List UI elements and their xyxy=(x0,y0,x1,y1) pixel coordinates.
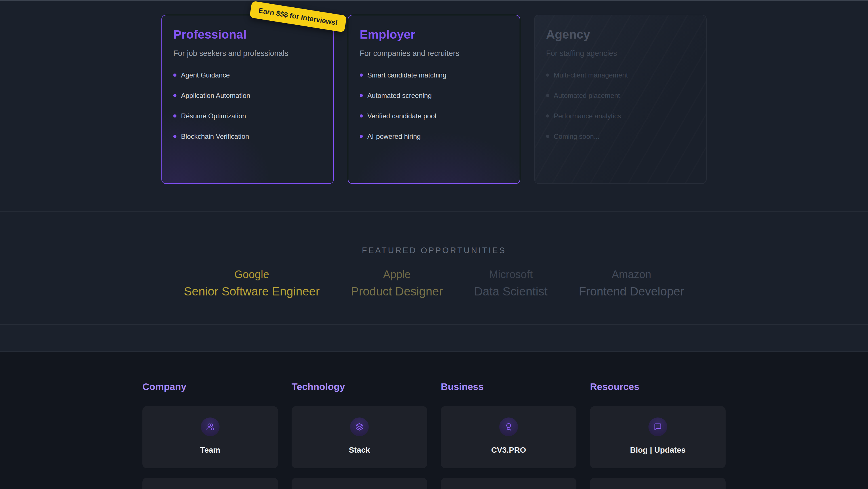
featured-job-amazon[interactable]: Amazon Frontend Developer xyxy=(579,268,684,298)
plan-feature: Automated screening xyxy=(360,92,508,99)
footer-card-blog-updates[interactable]: Blog | Updates xyxy=(590,406,725,468)
plan-description: For staffing agencies xyxy=(546,49,695,58)
bullet-icon xyxy=(546,114,549,117)
plan-feature-list: Smart candidate matching Automated scree… xyxy=(360,71,508,141)
icon-badge xyxy=(648,418,667,436)
featured-opportunities-section: FEATURED OPPORTUNITIES Google Senior Sof… xyxy=(0,211,868,324)
plan-card-professional[interactable]: Professional For job seekers and profess… xyxy=(161,15,334,184)
bullet-icon xyxy=(546,74,549,77)
feature-label: Smart candidate matching xyxy=(367,71,446,79)
award-icon xyxy=(505,423,513,431)
section-divider-band xyxy=(0,324,868,351)
icon-badge xyxy=(350,418,369,436)
featured-opportunities-title: FEATURED OPPORTUNITIES xyxy=(0,246,868,255)
bullet-icon xyxy=(173,74,177,77)
feature-label: Multi-client management xyxy=(554,71,628,79)
featured-job-microsoft[interactable]: Microsoft Data Scientist xyxy=(474,268,548,298)
users-icon xyxy=(206,423,214,431)
icon-badge xyxy=(201,418,220,436)
footer-card-label: Blog | Updates xyxy=(630,445,686,455)
plan-card-employer[interactable]: Employer For companies and recruiters Sm… xyxy=(348,15,520,184)
footer-heading-company: Company xyxy=(143,381,278,392)
feature-label: AI-powered hiring xyxy=(367,133,421,141)
bullet-icon xyxy=(360,74,363,77)
job-company: Amazon xyxy=(579,268,684,281)
footer-card-label: Stack xyxy=(349,445,370,455)
footer-cards-row-partial xyxy=(143,478,725,489)
plan-feature: Blockchain Verification xyxy=(173,133,322,141)
feature-label: Coming soon... xyxy=(554,133,599,141)
feature-label: Application Automation xyxy=(181,92,250,99)
footer-headings-row: Company Technology Business Resources xyxy=(143,381,725,392)
plan-title: Employer xyxy=(360,28,508,41)
plan-feature: Verified candidate pool xyxy=(360,112,508,120)
featured-job-google[interactable]: Google Senior Software Engineer xyxy=(184,268,320,298)
plan-title: Professional xyxy=(173,28,322,41)
feature-label: Résumé Optimization xyxy=(181,112,246,120)
plan-card-agency: Agency For staffing agencies Multi-clien… xyxy=(534,15,707,184)
plan-feature-list: Agent Guidance Application Automation Ré… xyxy=(173,71,322,141)
feature-label: Verified candidate pool xyxy=(367,112,436,120)
footer-card-label: CV3.PRO xyxy=(491,445,526,455)
bullet-icon xyxy=(546,94,549,97)
plan-description: For companies and recruiters xyxy=(360,49,508,58)
plan-feature: Smart candidate matching xyxy=(360,71,508,79)
footer-card-partial[interactable] xyxy=(291,478,427,489)
plan-feature: Résumé Optimization xyxy=(173,112,322,120)
bullet-icon xyxy=(360,94,363,97)
plan-feature-list: Multi-client management Automated placem… xyxy=(546,71,695,141)
job-company: Google xyxy=(184,268,320,281)
job-role: Product Designer xyxy=(351,285,443,298)
message-square-icon xyxy=(654,423,662,431)
footer-card-team[interactable]: Team xyxy=(143,406,278,468)
footer-card-stack[interactable]: Stack xyxy=(291,406,427,468)
bullet-icon xyxy=(173,135,177,138)
plan-feature: Automated placement xyxy=(546,92,695,99)
plan-feature: Application Automation xyxy=(173,92,322,99)
job-role: Data Scientist xyxy=(474,285,548,298)
plan-title: Agency xyxy=(546,28,695,41)
bullet-icon xyxy=(173,114,177,117)
job-company: Apple xyxy=(351,268,443,281)
job-role: Senior Software Engineer xyxy=(184,285,320,298)
feature-label: Performance analytics xyxy=(554,112,621,120)
plan-feature: Performance analytics xyxy=(546,112,695,120)
footer-cards-row: Team Stack CV3.PRO B xyxy=(143,406,725,468)
plan-feature: AI-powered hiring xyxy=(360,133,508,141)
job-role: Frontend Developer xyxy=(579,285,684,298)
job-company: Microsoft xyxy=(474,268,548,281)
plan-feature: Agent Guidance xyxy=(173,71,322,79)
footer-heading-business: Business xyxy=(441,381,577,392)
footer-card-label: Team xyxy=(200,445,220,455)
plan-feature: Coming soon... xyxy=(546,133,695,141)
footer-card-partial[interactable] xyxy=(590,478,725,489)
bullet-icon xyxy=(173,94,177,97)
footer-card-partial[interactable] xyxy=(441,478,577,489)
footer-heading-technology: Technology xyxy=(291,381,427,392)
footer-card-partial[interactable] xyxy=(143,478,278,489)
feature-label: Automated screening xyxy=(367,92,432,99)
bullet-icon xyxy=(360,135,363,138)
featured-jobs-row: Google Senior Software Engineer Apple Pr… xyxy=(0,268,868,298)
footer-card-cv3pro[interactable]: CV3.PRO xyxy=(441,406,577,468)
plans-section: Professional For job seekers and profess… xyxy=(0,0,868,211)
plan-feature: Multi-client management xyxy=(546,71,695,79)
icon-badge xyxy=(499,418,518,436)
plan-card-row: Professional For job seekers and profess… xyxy=(161,15,707,184)
feature-label: Blockchain Verification xyxy=(181,133,249,141)
bullet-icon xyxy=(546,135,549,138)
feature-label: Agent Guidance xyxy=(181,71,230,79)
footer-heading-resources: Resources xyxy=(590,381,725,392)
footer-section: Company Technology Business Resources Te… xyxy=(0,351,868,489)
layers-icon xyxy=(355,423,363,431)
feature-label: Automated placement xyxy=(554,92,620,99)
plan-description: For job seekers and professionals xyxy=(173,49,322,58)
featured-job-apple[interactable]: Apple Product Designer xyxy=(351,268,443,298)
bullet-icon xyxy=(360,114,363,117)
